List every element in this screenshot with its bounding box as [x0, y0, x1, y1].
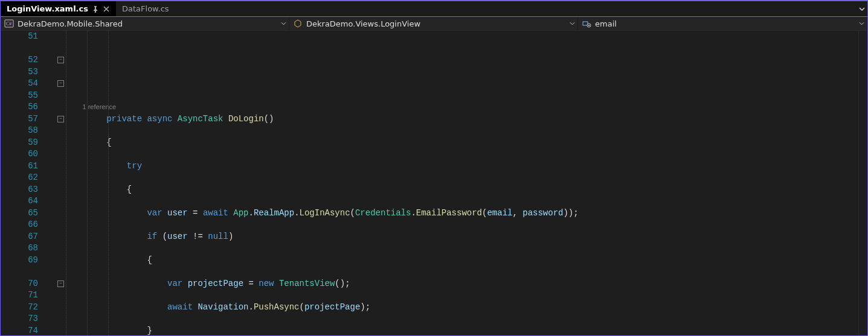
close-icon[interactable]: [103, 5, 110, 13]
code-surface[interactable]: 1 reference private async AsyncTask DoLo…: [66, 31, 867, 335]
code-line: var projectPage = new TenantsView();: [66, 278, 867, 290]
nav-project-label: DekraDemo.Mobile.Shared: [18, 19, 123, 28]
vertical-scrollbar[interactable]: [858, 31, 867, 335]
tab-label: DataFlow.cs: [122, 4, 169, 13]
marker-bar: [49, 31, 57, 335]
tab-label: LoginView.xaml.cs: [7, 4, 88, 13]
code-line: {: [66, 137, 867, 149]
code-line: [66, 78, 867, 90]
code-line: await Navigation.PushAsync(projectPage);: [66, 302, 867, 314]
fold-toggle[interactable]: −: [57, 116, 64, 122]
unpin-icon[interactable]: [92, 5, 99, 13]
fold-toggle[interactable]: −: [57, 57, 64, 63]
code-editor[interactable]: 5152535455565758596061626364656667686970…: [1, 31, 867, 335]
nav-member-label: email: [595, 19, 617, 28]
nav-project-dropdown[interactable]: C# DekraDemo.Mobile.Shared: [1, 17, 289, 30]
code-line: {: [66, 184, 867, 196]
navigation-bar: C# DekraDemo.Mobile.Shared DekraDemo.Vie…: [1, 16, 867, 31]
tabstrip-spacer: [175, 1, 857, 16]
chevron-down-icon: [859, 19, 864, 28]
document-tab-strip: LoginView.xaml.cs DataFlow.cs: [1, 1, 867, 16]
code-line: try: [66, 160, 867, 173]
code-line: {: [66, 255, 867, 267]
code-line: if (user != null): [66, 231, 867, 243]
tab-loginview[interactable]: LoginView.xaml.cs: [1, 1, 116, 16]
code-line: var user = await App.RealmApp.LogInAsync…: [66, 208, 867, 220]
outlining-margin: −−−−: [57, 31, 66, 335]
fold-toggle[interactable]: −: [57, 281, 64, 287]
svg-rect-4: [588, 25, 590, 26]
chevron-down-icon: [281, 19, 286, 28]
nav-member-dropdown[interactable]: email: [578, 17, 867, 30]
line-number-gutter: 5152535455565758596061626364656667686970…: [1, 31, 49, 335]
indent-guides: [66, 31, 106, 335]
tab-dataflow[interactable]: DataFlow.cs: [116, 1, 175, 16]
nav-class-label: DekraDemo.Views.LoginView: [306, 19, 420, 28]
code-line: private async AsyncTask DoLogin(): [66, 113, 867, 125]
nav-class-dropdown[interactable]: DekraDemo.Views.LoginView: [289, 17, 578, 30]
tab-overflow-button[interactable]: [857, 1, 867, 16]
fold-toggle[interactable]: −: [57, 80, 64, 87]
chevron-down-icon: [570, 19, 575, 28]
class-icon: [293, 19, 303, 28]
svg-text:C#: C#: [6, 21, 11, 27]
field-private-icon: [582, 19, 591, 28]
code-line: }: [66, 325, 867, 336]
csharp-project-icon: C#: [4, 19, 14, 28]
